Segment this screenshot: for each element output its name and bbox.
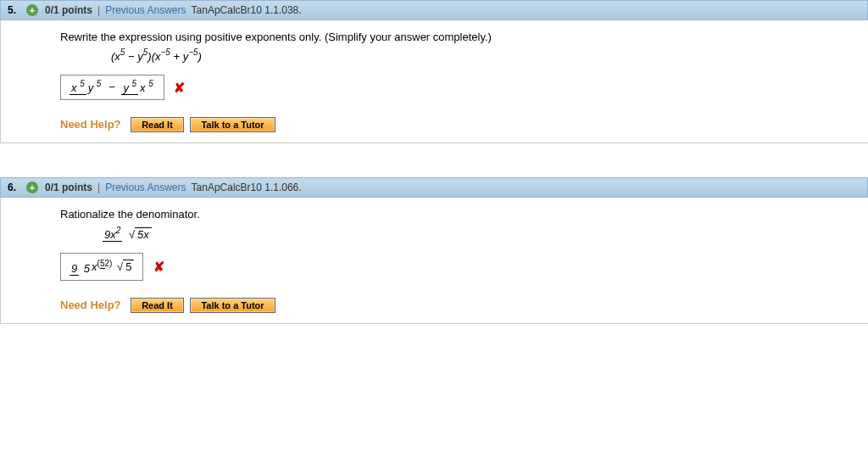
- need-help-label: Need Help?: [60, 118, 121, 131]
- wrong-icon: ✘: [153, 260, 164, 274]
- question-5: 5. + 0/1 points | Previous Answers TanAp…: [0, 0, 868, 143]
- expression: (x5 − y5)(x−5 + y−5): [111, 50, 826, 63]
- expr-denominator: 5x: [125, 228, 153, 241]
- answer-box[interactable]: 9 5 x(52) 5: [60, 253, 143, 280]
- answer-row: 9 5 x(52) 5 ✘: [60, 253, 826, 280]
- answer-box[interactable]: x 5y 5 − y 5x 5: [60, 75, 164, 100]
- question-6: 6. + 0/1 points | Previous Answers TanAp…: [0, 177, 868, 323]
- expression: 9x2 5x: [103, 227, 826, 241]
- read-it-button[interactable]: Read It: [131, 117, 184, 132]
- previous-answers-link[interactable]: Previous Answers: [105, 182, 186, 193]
- expr-numerator: 9x2: [103, 228, 122, 242]
- source-text: TanApCalcBr10 1.1.066.: [192, 182, 302, 193]
- question-header: 5. + 0/1 points | Previous Answers TanAp…: [0, 0, 868, 20]
- need-help-label: Need Help?: [60, 299, 121, 311]
- separator: |: [97, 182, 100, 193]
- prompt-text: Rewrite the expression using positive ex…: [60, 31, 826, 43]
- question-number: 5.: [8, 4, 16, 16]
- separator: |: [97, 4, 100, 16]
- talk-tutor-button[interactable]: Talk to a Tutor: [190, 298, 275, 313]
- points-text: 0/1 points: [45, 4, 92, 16]
- answer-row: x 5y 5 − y 5x 5 ✘: [60, 75, 826, 100]
- expand-icon[interactable]: +: [26, 4, 38, 16]
- question-body: Rationalize the denominator. 9x2 5x 9 5 …: [0, 198, 868, 323]
- question-body: Rewrite the expression using positive ex…: [0, 20, 868, 143]
- prompt-text: Rationalize the denominator.: [60, 208, 826, 221]
- question-header: 6. + 0/1 points | Previous Answers TanAp…: [0, 177, 868, 198]
- need-help-row: Need Help? Read It Talk to a Tutor: [60, 117, 826, 132]
- question-number: 6.: [8, 182, 16, 193]
- expand-icon[interactable]: +: [26, 182, 38, 193]
- need-help-row: Need Help? Read It Talk to a Tutor: [60, 298, 826, 313]
- read-it-button[interactable]: Read It: [131, 298, 184, 313]
- talk-tutor-button[interactable]: Talk to a Tutor: [190, 117, 275, 132]
- points-text: 0/1 points: [45, 182, 92, 193]
- previous-answers-link[interactable]: Previous Answers: [105, 4, 186, 16]
- source-text: TanApCalcBr10 1.1.038.: [192, 4, 302, 16]
- wrong-icon: ✘: [174, 81, 185, 95]
